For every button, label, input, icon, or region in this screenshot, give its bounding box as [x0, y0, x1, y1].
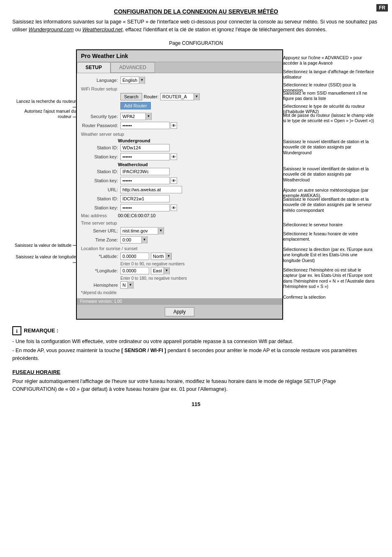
- add-router-row: Add Router: [81, 102, 278, 111]
- weathercloud-title: Weathercloud: [118, 162, 278, 167]
- fuseau-title: FUSEAU HORAIRE: [12, 369, 380, 375]
- ann-add-router-text: Autorisez l'ajout manuel du routeur: [12, 109, 76, 120]
- time-zone-arrow[interactable]: ▼: [141, 236, 147, 244]
- url-row: URL:: [81, 186, 278, 193]
- longitude-dir-arrow[interactable]: ▼: [164, 267, 169, 274]
- intro-paragraph: Saisissez les informations suivantes sur…: [12, 18, 380, 34]
- ann-hemisphere-text: Sélectionnez l'hémisphère où est situé l…: [283, 267, 376, 290]
- custom-station-id-input[interactable]: [120, 195, 170, 202]
- apply-row: Apply: [77, 304, 282, 319]
- main-title: CONFIGURATION DE LA CONNEXION AU SERVEUR…: [12, 8, 380, 15]
- security-row: Security type: WPA2 ▼: [81, 113, 278, 120]
- panel-header: Pro Weather Link: [77, 50, 282, 62]
- language-row: Language: English ▼: [81, 77, 278, 84]
- wifi-section-title: WiFi Router setup: [81, 86, 278, 91]
- custom-eye-icon[interactable]: 👁: [171, 204, 177, 211]
- router-select[interactable]: ROUTER_A ▼: [160, 93, 200, 100]
- url-input[interactable]: [120, 186, 182, 193]
- diagram-wrapper: Lancez la recherche du routeur Autorisez…: [12, 49, 380, 320]
- wu-station-key-input[interactable]: [120, 153, 170, 160]
- latitude-dir-select[interactable]: North ▼: [151, 253, 172, 260]
- ann-advanced-text: Appuyez sur l'icône « ADVANCED » pour ac…: [283, 55, 376, 66]
- password-label: Router Password:: [81, 123, 118, 128]
- language-value: English: [121, 78, 139, 83]
- custom-station-key-row: Station key: 👁: [81, 204, 278, 211]
- ui-panel: Pro Weather Link SETUP ADVANCED Language…: [76, 49, 283, 320]
- sensor-wifi-key: [ SENSOR / WI-FI ]: [121, 348, 166, 353]
- left-annotations: Lancez la recherche du routeur Autorisez…: [12, 49, 76, 313]
- wu-station-id-row: Station ID:: [81, 144, 278, 151]
- password-row: Router Password: 👁: [81, 122, 278, 129]
- note-title: i REMARQUE :: [12, 326, 380, 335]
- wc-station-key-label: Station key:: [81, 178, 118, 183]
- longitude-dir-select[interactable]: East ▼: [151, 267, 170, 274]
- custom-station-id-label: Station ID:: [81, 196, 118, 201]
- longitude-input[interactable]: [120, 267, 149, 274]
- ann-timezone-text: Sélectionnez le fuseau horaire de votre …: [283, 231, 376, 242]
- server-url-label: Server URL:: [81, 228, 118, 233]
- ann-password-text: Mot de passe du routeur (laissez le cham…: [283, 113, 376, 124]
- time-section-title: Time server setup: [81, 220, 278, 225]
- note-icon: i: [12, 326, 21, 335]
- search-button[interactable]: Search: [120, 93, 142, 100]
- hemisphere-label: Hemisphere: [81, 283, 118, 288]
- wc-station-id-input[interactable]: [120, 168, 170, 175]
- ann-router-manual-text: Saisissez le nom SSID manuellement s'il …: [283, 91, 376, 102]
- tab-advanced[interactable]: ADVANCED: [111, 62, 155, 73]
- hemisphere-select[interactable]: N ▼: [120, 281, 134, 289]
- wc-station-id-label: Station ID:: [81, 169, 118, 174]
- ann-longitude-text: Saisissez la valeur de longitude: [12, 254, 76, 265]
- wc-station-id-row: Station ID:: [81, 168, 278, 175]
- latitude-label: *Latitude:: [81, 254, 118, 259]
- password-input[interactable]: [120, 122, 170, 129]
- add-router-button[interactable]: Add Router: [120, 102, 151, 109]
- latitude-dir-arrow[interactable]: ▼: [166, 253, 171, 260]
- security-select[interactable]: WPA2 ▼: [120, 113, 152, 120]
- fr-badge: FR: [376, 4, 388, 12]
- custom-station-id-row: Station ID:: [81, 195, 278, 202]
- wc-station-key-input[interactable]: [120, 177, 170, 184]
- server-url-select[interactable]: nist.time.gov ▼: [120, 227, 164, 234]
- language-label: Language:: [81, 78, 118, 83]
- tab-bar: SETUP ADVANCED: [77, 62, 282, 73]
- model-note: *dépend du modèle: [81, 290, 278, 295]
- mac-value: 00:0E:C6:00:07:10: [118, 213, 156, 218]
- page-number: 115: [12, 401, 380, 407]
- tab-setup[interactable]: SETUP: [77, 62, 111, 73]
- hemisphere-arrow[interactable]: ▼: [127, 281, 133, 289]
- url-label: URL:: [81, 187, 118, 192]
- longitude-row: *Longitude: East ▼: [81, 267, 278, 274]
- ann-apply-text: Confirmez la sélection: [283, 295, 325, 300]
- language-arrow[interactable]: ▼: [139, 77, 145, 84]
- wunderground-link: Wunderground.com: [29, 27, 74, 32]
- note-bullet2: - En mode AP, vous pouvez maintenir la t…: [12, 347, 380, 362]
- mac-label: Mac address: [81, 213, 118, 218]
- router-value: ROUTER_A: [161, 94, 194, 99]
- wu-station-key-label: Station key:: [81, 154, 118, 159]
- latitude-input[interactable]: [120, 253, 149, 260]
- note-title-text: REMARQUE :: [24, 327, 58, 335]
- wu-station-id-input[interactable]: [120, 144, 170, 151]
- latitude-row: *Latitude: North ▼: [81, 253, 278, 260]
- custom-station-key-label: Station key:: [81, 205, 118, 210]
- location-title: Location for sunrise / sunset: [81, 246, 278, 251]
- security-arrow[interactable]: ▼: [145, 113, 151, 120]
- ann-server-text: Sélectionnez le serveur horaire: [283, 222, 343, 228]
- wc-eye-icon[interactable]: 👁: [171, 177, 177, 184]
- wu-station-id-label: Station ID:: [81, 145, 118, 150]
- mac-row: Mac address 00:0E:C6:00:07:10: [81, 213, 278, 218]
- ann-wu-text: Saisissez le nouvel identifiant de stati…: [283, 139, 376, 156]
- server-url-value: nist.time.gov: [121, 228, 158, 233]
- language-select[interactable]: English ▼: [120, 77, 145, 84]
- router-arrow[interactable]: ▼: [194, 93, 199, 100]
- ann-latitude-text: Saisissez la valeur de latitude: [15, 243, 76, 248]
- wunderground-title: Wunderground: [118, 138, 278, 143]
- ann-language-text: Sélectionnez la langue d'affichage de l'…: [283, 69, 376, 80]
- note-bullet1: - Une fois la configuration Wifi effectu…: [12, 338, 380, 346]
- custom-station-key-input[interactable]: [120, 204, 170, 211]
- apply-button[interactable]: Apply: [165, 307, 194, 316]
- time-zone-select[interactable]: 0:00 ▼: [120, 236, 148, 244]
- eye-icon[interactable]: 👁: [171, 122, 177, 129]
- wu-eye-icon[interactable]: 👁: [171, 153, 177, 160]
- server-url-arrow[interactable]: ▼: [158, 227, 164, 234]
